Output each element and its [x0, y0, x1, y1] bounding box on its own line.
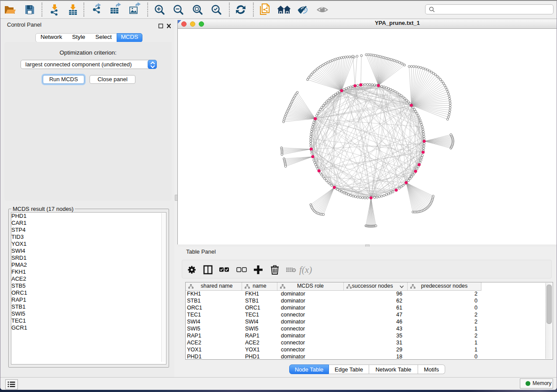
svg-text:f(x): f(x) [299, 265, 312, 275]
